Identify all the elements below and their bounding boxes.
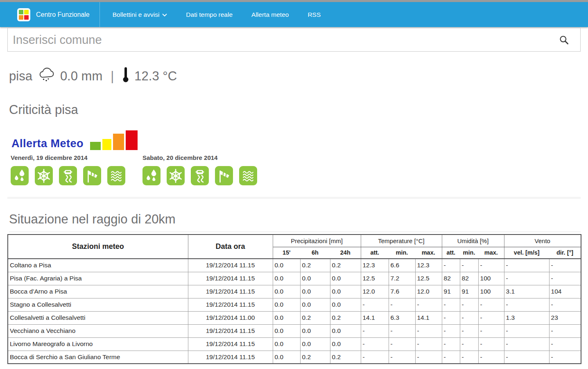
station-name-cell: Bocca d’Arno a Pisa: [8, 285, 188, 298]
search-icon[interactable]: [559, 35, 570, 47]
value-cell: -: [415, 298, 442, 311]
value-cell: -: [389, 324, 415, 337]
value-cell: -: [478, 259, 504, 272]
value-cell: 14.1: [415, 311, 442, 324]
value-cell: 7.2: [389, 272, 415, 285]
value-cell: -: [549, 324, 581, 337]
value-cell: 0.0: [330, 285, 361, 298]
col-group-header: Temperature [°C]: [361, 235, 442, 247]
value-cell: 0.0: [300, 285, 330, 298]
snow-icon: [35, 166, 53, 185]
wind-icon: [83, 166, 101, 185]
sub-col-header: min.: [389, 247, 415, 259]
table-row: Bocca d’Arno a Pisa19/12/2014 11.150.00.…: [8, 285, 581, 298]
value-cell: -: [549, 351, 581, 364]
datetime-cell: 19/12/2014 11.15: [188, 324, 273, 337]
nav-item-allerta-meteo[interactable]: Allerta meteo: [242, 2, 298, 27]
nav-item-rss[interactable]: RSS: [298, 2, 330, 27]
value-cell: 0.0: [273, 351, 300, 364]
table-row: Livorno Mareografo a Livorno19/12/2014 1…: [8, 337, 581, 351]
value-cell: -: [442, 298, 460, 311]
col-group-header: Umidità [%]: [442, 235, 504, 247]
allerta-day: Sabato, 20 dicembre 2014: [142, 154, 274, 185]
table-row: Bocca di Serchio a San Giuliano Terme19/…: [8, 351, 581, 364]
value-cell: 3.1: [504, 285, 549, 298]
slippery-road-icon: [59, 166, 77, 185]
value-cell: -: [361, 351, 389, 364]
alert-bar-3: [126, 130, 138, 150]
datetime-cell: 19/12/2014 11.15: [188, 285, 273, 298]
allerta-logo-text: Allerta Meteo: [11, 137, 84, 150]
value-cell: 0.0: [300, 324, 330, 337]
value-cell: 0.2: [300, 351, 330, 364]
value-cell: -: [504, 337, 549, 351]
value-cell: -: [478, 298, 504, 311]
nav-item-dati-tempo-reale[interactable]: Dati tempo reale: [176, 2, 242, 27]
rain-icon: [11, 166, 29, 185]
sub-col-header: min.: [460, 247, 478, 259]
value-cell: 82: [460, 272, 478, 285]
col-header-data-ora: Data ora: [188, 235, 273, 259]
top-navbar: Centro Funzionale Bollettini e avvisiDat…: [0, 2, 588, 27]
section-divider: [7, 197, 581, 199]
col-group-header: Precipitazioni [mm]: [273, 235, 361, 247]
value-cell: 12.0: [361, 285, 389, 298]
value-cell: -: [361, 337, 389, 351]
station-name-cell: Vecchiano a Vecchiano: [8, 324, 188, 337]
station-name-cell: Livorno Mareografo a Livorno: [8, 337, 188, 351]
value-cell: -: [415, 337, 442, 351]
risk-icons-row: [142, 166, 274, 185]
current-temperature: 12.3 °C: [134, 69, 177, 84]
value-cell: 0.0: [300, 298, 330, 311]
value-cell: 6.6: [389, 259, 415, 272]
table-row: Stagno a Collesalvetti19/12/2014 11.150.…: [8, 298, 581, 311]
alert-bar-0: [90, 142, 101, 150]
rough-sea-icon: [239, 166, 257, 185]
value-cell: -: [478, 311, 504, 324]
value-cell: -: [478, 337, 504, 351]
allerta-day: Venerdì, 19 dicembre 2014: [11, 154, 142, 185]
navbar-divider: [100, 2, 100, 27]
value-cell: -: [460, 351, 478, 364]
separator: |: [111, 69, 114, 84]
sub-col-header: dir. [°]: [549, 247, 581, 259]
datetime-cell: 19/12/2014 11.15: [188, 337, 273, 351]
value-cell: 0.2: [330, 351, 361, 364]
value-cell: -: [504, 272, 549, 285]
current-precipitation: 0.0 mm: [60, 69, 102, 84]
nav-item-bollettini-e-avvisi[interactable]: Bollettini e avvisi: [103, 2, 177, 27]
slippery-road-icon: [191, 166, 209, 185]
table-row: Pisa (Fac. Agraria) a Pisa19/12/2014 11.…: [8, 272, 581, 285]
station-name-cell: Coltano a Pisa: [8, 259, 188, 272]
datetime-cell: 19/12/2014 11.15: [188, 272, 273, 285]
risk-icons-row: [11, 166, 142, 185]
value-cell: 1.3: [504, 311, 549, 324]
value-cell: 100: [478, 285, 504, 298]
value-cell: -: [442, 259, 460, 272]
navbar-menu: Bollettini e avvisiDati tempo realeAller…: [103, 2, 330, 27]
value-cell: -: [361, 298, 389, 311]
value-cell: -: [460, 311, 478, 324]
rain-icon: [142, 166, 161, 185]
brand-home-link[interactable]: Centro Funzionale: [0, 2, 100, 27]
table-row: Collesalvetti a Collesalvetti19/12/2014 …: [8, 311, 581, 324]
value-cell: -: [549, 337, 581, 351]
value-cell: 12.5: [415, 272, 442, 285]
value-cell: 0.0: [330, 324, 361, 337]
criticita-days: Venerdì, 19 dicembre 2014 Sabato, 20 dic…: [11, 154, 588, 185]
rough-sea-icon: [107, 166, 125, 185]
value-cell: 0.0: [273, 285, 300, 298]
value-cell: -: [389, 298, 415, 311]
value-cell: -: [504, 351, 549, 364]
value-cell: 12.0: [415, 285, 442, 298]
station-name-cell: Bocca di Serchio a San Giuliano Terme: [8, 351, 188, 364]
value-cell: -: [460, 298, 478, 311]
alert-bar-1: [102, 139, 111, 150]
value-cell: -: [442, 351, 460, 364]
value-cell: 0.0: [273, 298, 300, 311]
value-cell: -: [415, 324, 442, 337]
value-cell: -: [442, 337, 460, 351]
sub-col-header: max.: [478, 247, 504, 259]
search-input[interactable]: [8, 28, 580, 51]
allerta-day-date: Sabato, 20 dicembre 2014: [142, 154, 274, 161]
